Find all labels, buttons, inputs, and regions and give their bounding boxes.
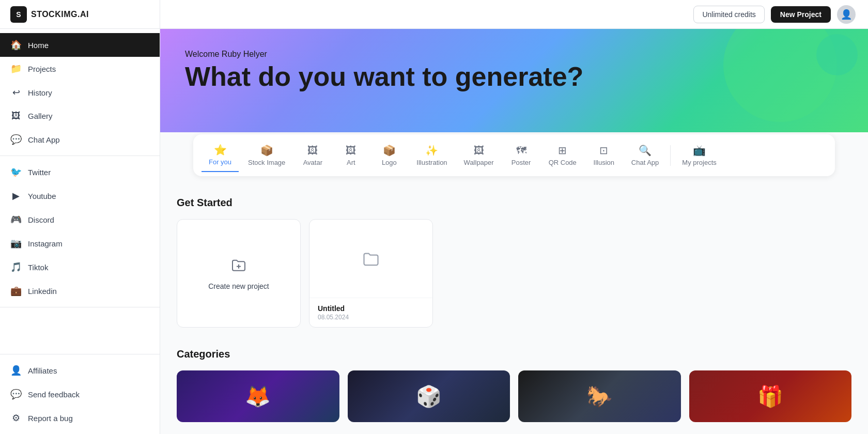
tab-illusion[interactable]: ⊡ Illusion <box>586 139 622 172</box>
tab-qr-code[interactable]: ⊞ QR Code <box>541 139 584 172</box>
tab-for-you[interactable]: ⭐ For you <box>202 138 239 172</box>
sidebar-item-report-bug[interactable]: ⚙ Report a bug <box>0 406 160 430</box>
tab-illustration[interactable]: ✨ Illustration <box>409 139 454 172</box>
tab-label-chat-app: Chat App <box>631 159 659 166</box>
category-card-3[interactable]: 🐎 <box>518 370 681 422</box>
tab-logo[interactable]: 📦 Logo <box>371 139 407 172</box>
chat-app-tab-icon: 🔍 <box>639 144 652 157</box>
illusion-icon: ⊡ <box>599 144 608 157</box>
sidebar-label-home: Home <box>28 41 49 50</box>
hero-welcome: Welcome Ruby Helyer <box>185 50 843 59</box>
home-icon: 🏠 <box>10 39 22 51</box>
sidebar-item-youtube[interactable]: ▶ Youtube <box>0 184 160 208</box>
tiktok-icon: 🎵 <box>10 261 22 273</box>
twitter-icon: 🐦 <box>10 166 22 178</box>
projects-icon: 📁 <box>10 63 22 74</box>
sidebar-bottom: 👤 Affiliates 💬 Send feedback ⚙ Report a … <box>0 354 160 434</box>
unlimited-credits-button[interactable]: Unlimited credits <box>693 6 764 23</box>
folder-icon <box>362 250 380 268</box>
tab-poster[interactable]: 🗺 Poster <box>503 140 539 172</box>
linkedin-icon: 💼 <box>10 285 22 297</box>
bug-icon: ⚙ <box>10 412 22 424</box>
tab-label-qr-code: QR Code <box>549 159 577 166</box>
tab-chat-app[interactable]: 🔍 Chat App <box>624 139 667 172</box>
sidebar-label-gallery: Gallery <box>28 112 53 120</box>
sidebar-item-twitter[interactable]: 🐦 Twitter <box>0 160 160 184</box>
youtube-icon: ▶ <box>10 190 22 202</box>
tab-art[interactable]: 🖼 Art <box>333 140 369 172</box>
tab-my-projects[interactable]: 📺 My projects <box>675 139 723 172</box>
tab-wallpaper[interactable]: 🖼 Wallpaper <box>457 140 501 172</box>
my-projects-icon: 📺 <box>693 144 706 157</box>
sidebar-item-send-feedback[interactable]: 💬 Send feedback <box>0 382 160 406</box>
for-you-icon: ⭐ <box>214 144 227 156</box>
affiliates-icon: 👤 <box>10 365 22 376</box>
sidebar-label-feedback: Send feedback <box>28 390 80 399</box>
tab-label-logo: Logo <box>382 159 397 166</box>
avatar[interactable]: 👤 <box>837 5 856 24</box>
untitled-project-name: Untitled <box>318 304 424 313</box>
sidebar: S STOCKIMG.AI 🏠 Home 📁 Projects ↩ Histor… <box>0 0 160 434</box>
untitled-project-card[interactable]: Untitled 08.05.2024 <box>309 219 433 328</box>
projects-grid: Create new project Untitled 08.05.2024 <box>177 219 851 328</box>
sidebar-item-discord[interactable]: 🎮 Discord <box>0 208 160 231</box>
content-area: Get Started Create new project <box>160 180 868 434</box>
sidebar-item-linkedin[interactable]: 💼 Linkedin <box>0 279 160 303</box>
get-started-title: Get Started <box>177 197 851 209</box>
logo-tab-icon: 📦 <box>383 144 396 157</box>
sidebar-item-chat-app[interactable]: 💬 Chat App <box>0 128 160 151</box>
wallpaper-icon: 🖼 <box>474 145 484 157</box>
tab-label-art: Art <box>347 159 355 166</box>
hero-title: What do you want to generate? <box>185 62 843 91</box>
tab-avatar[interactable]: 🖼 Avatar <box>295 140 331 172</box>
sidebar-item-gallery[interactable]: 🖼 Gallery <box>0 104 160 128</box>
logo-text: STOCKIMG.AI <box>31 10 89 19</box>
category-bg-2: 🎲 <box>348 370 510 422</box>
tab-label-my-projects: My projects <box>682 159 716 166</box>
sidebar-divider-1 <box>0 156 160 156</box>
category-bg-1: 🦊 <box>177 370 339 422</box>
sidebar-item-affiliates[interactable]: 👤 Affiliates <box>0 359 160 382</box>
categories-title: Categories <box>177 348 851 360</box>
category-card-1[interactable]: 🦊 <box>177 370 339 422</box>
category-card-4[interactable]: 🎁 <box>689 370 852 422</box>
topbar: Unlimited credits New Project 👤 <box>160 0 868 29</box>
gallery-icon: 🖼 <box>10 111 22 121</box>
logo[interactable]: S STOCKIMG.AI <box>0 0 160 29</box>
illustration-icon: ✨ <box>425 144 438 157</box>
sidebar-nav: 🏠 Home 📁 Projects ↩ History 🖼 Gallery 💬 … <box>0 29 160 354</box>
sidebar-label-affiliates: Affiliates <box>28 366 57 375</box>
sidebar-item-home[interactable]: 🏠 Home <box>0 33 160 57</box>
category-card-2[interactable]: 🎲 <box>348 370 510 422</box>
tab-label-illusion: Illusion <box>594 159 614 166</box>
avatar-tab-icon: 🖼 <box>307 145 318 157</box>
create-project-card[interactable]: Create new project <box>177 219 301 328</box>
sidebar-label-history: History <box>28 88 52 97</box>
discord-icon: 🎮 <box>10 214 22 225</box>
tab-stock-image[interactable]: 📦 Stock Image <box>241 139 292 172</box>
qr-code-icon: ⊞ <box>558 144 567 157</box>
new-project-button[interactable]: New Project <box>771 6 831 23</box>
hero-banner: Welcome Ruby Helyer What do you want to … <box>160 29 868 132</box>
history-icon: ↩ <box>10 87 22 98</box>
sidebar-item-history[interactable]: ↩ History <box>0 81 160 104</box>
sidebar-item-tiktok[interactable]: 🎵 Tiktok <box>0 255 160 279</box>
create-project-icon <box>230 257 247 277</box>
sidebar-item-instagram[interactable]: 📷 Instagram <box>0 231 160 255</box>
category-bg-4: 🎁 <box>689 370 852 422</box>
sidebar-divider-2 <box>0 307 160 307</box>
sidebar-label-projects: Projects <box>28 65 56 73</box>
tab-label-avatar: Avatar <box>303 159 322 166</box>
chat-icon: 💬 <box>10 134 22 145</box>
sidebar-label-youtube: Youtube <box>28 192 56 200</box>
category-bg-3: 🐎 <box>518 370 681 422</box>
sidebar-item-projects[interactable]: 📁 Projects <box>0 57 160 81</box>
sidebar-label-instagram: Instagram <box>28 239 63 248</box>
feedback-icon: 💬 <box>10 389 22 400</box>
categories-grid: 🦊 🎲 🐎 🎁 <box>177 370 851 422</box>
tab-label-wallpaper: Wallpaper <box>464 159 494 166</box>
create-project-label: Create new project <box>208 282 269 290</box>
main-content: Unlimited credits New Project 👤 Welcome … <box>160 0 868 434</box>
tab-label-stock-image: Stock Image <box>248 159 285 166</box>
sidebar-label-chat: Chat App <box>28 135 60 144</box>
